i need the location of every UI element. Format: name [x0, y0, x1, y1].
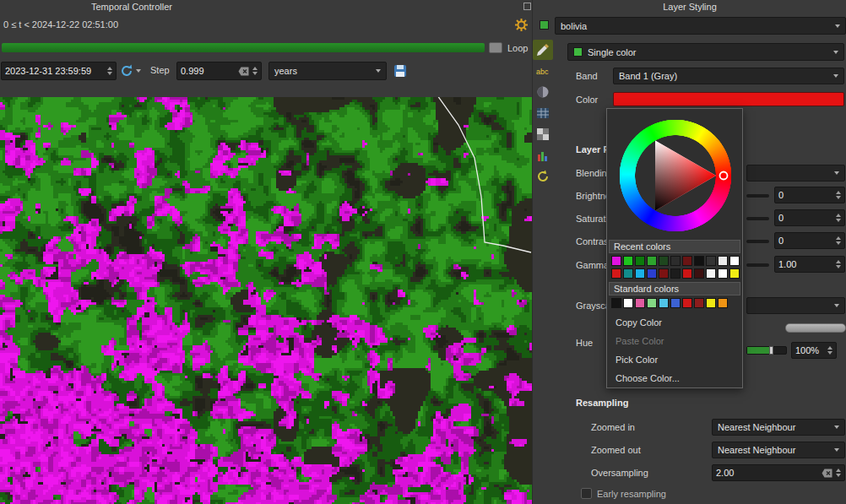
spin-arrows[interactable]	[252, 67, 258, 75]
color-swatch[interactable]	[647, 256, 657, 266]
tab-3d-view[interactable]	[533, 103, 553, 123]
color-swatch[interactable]	[729, 268, 740, 279]
gamma-input[interactable]: 1.00	[774, 256, 845, 273]
menu-copy-color[interactable]: Copy Color	[607, 313, 742, 332]
spin-arrows[interactable]	[836, 191, 841, 199]
step-unit-select[interactable]: years	[268, 62, 387, 80]
oversampling-label: Oversampling	[591, 468, 648, 478]
color-swatch[interactable]	[635, 268, 645, 279]
hue-strength-handle[interactable]	[769, 346, 773, 355]
standard-colors-header-text: Standard colors	[614, 284, 679, 294]
brightness-input[interactable]: 0	[774, 187, 845, 203]
color-swatch[interactable]	[706, 256, 716, 266]
color-swatch[interactable]	[694, 256, 704, 266]
color-wheel[interactable]	[615, 115, 736, 236]
color-swatch[interactable]	[694, 298, 704, 308]
refresh-button[interactable]	[120, 62, 147, 79]
datetime-input[interactable]: 2023-12-31 23:59:59	[1, 62, 117, 80]
color-swatch[interactable]	[611, 298, 621, 308]
color-swatch[interactable]	[682, 298, 692, 308]
color-swatch[interactable]	[635, 256, 645, 266]
export-animation-icon[interactable]	[393, 63, 408, 79]
color-swatch[interactable]	[647, 298, 657, 308]
early-resampling-checkbox[interactable]	[581, 488, 592, 499]
zoomed-out-select[interactable]: Nearest Neighbour	[712, 442, 845, 458]
saturation-slider[interactable]	[746, 217, 769, 220]
tab-mask[interactable]	[533, 82, 553, 102]
float-panel-icon[interactable]	[523, 3, 531, 10]
tab-histogram[interactable]	[533, 145, 553, 165]
renderer-select[interactable]: Single color	[567, 43, 844, 61]
color-swatch[interactable]	[623, 268, 633, 279]
layer-select[interactable]: bolivia	[555, 17, 846, 35]
map-canvas[interactable]	[0, 97, 532, 504]
tab-symbology[interactable]	[533, 40, 553, 60]
contrast-slider[interactable]	[746, 240, 769, 243]
time-range-label: 0 ≤ t < 2024-12-22 02:51:00	[3, 19, 118, 30]
transparency-checker-icon	[536, 127, 550, 141]
tab-transparency[interactable]	[533, 124, 553, 144]
step-input[interactable]: 0.999	[176, 62, 262, 80]
spin-arrows[interactable]	[107, 67, 112, 75]
menu-paste-color: Paste Color	[607, 332, 742, 350]
tab-labels[interactable]: abc	[533, 61, 553, 81]
layer-select-value: bolivia	[561, 21, 587, 31]
blending-mode-select[interactable]	[746, 165, 845, 182]
loop-checkbox[interactable]	[489, 42, 502, 53]
color-swatch[interactable]	[635, 298, 645, 308]
color-button[interactable]	[613, 92, 844, 106]
time-slider[interactable]	[2, 43, 485, 52]
spin-arrows[interactable]	[836, 236, 841, 245]
spin-arrows[interactable]	[827, 346, 832, 355]
color-swatch[interactable]	[647, 268, 657, 279]
settings-gear-icon[interactable]	[514, 18, 529, 32]
spin-arrows[interactable]	[836, 260, 841, 268]
color-swatch[interactable]	[659, 298, 669, 308]
step-unit-value: years	[274, 66, 297, 76]
color-swatch[interactable]	[718, 256, 728, 266]
clear-backspace-icon[interactable]	[822, 469, 832, 478]
band-select[interactable]: Band 1 (Gray)	[613, 68, 844, 84]
color-swatch[interactable]	[718, 298, 728, 308]
color-swatch[interactable]	[670, 268, 681, 279]
zoomed-out-value: Nearest Neighbour	[718, 445, 795, 455]
color-swatch[interactable]	[659, 256, 669, 266]
color-label: Color	[576, 95, 598, 105]
color-swatch[interactable]	[682, 268, 692, 279]
color-swatch[interactable]	[611, 268, 621, 279]
color-swatch[interactable]	[670, 298, 681, 308]
clear-backspace-icon[interactable]	[238, 67, 249, 76]
menu-pick-color[interactable]: Pick Color	[607, 350, 742, 369]
chevron-down-icon	[834, 448, 839, 452]
refresh-icon	[120, 64, 133, 78]
gamma-slider[interactable]	[746, 263, 769, 267]
brightness-slider[interactable]	[746, 194, 769, 198]
spin-arrows[interactable]	[836, 469, 841, 477]
color-swatch[interactable]	[729, 256, 740, 266]
renderer-color-swatch-icon	[573, 47, 583, 57]
color-swatch[interactable]	[670, 256, 681, 266]
color-swatch[interactable]	[623, 298, 633, 308]
tab-history[interactable]	[533, 166, 553, 187]
hue-strength-value: 100%	[795, 345, 824, 355]
hue-strength-slider[interactable]	[746, 346, 787, 355]
color-swatch[interactable]	[694, 268, 704, 279]
color-swatch[interactable]	[706, 298, 716, 308]
color-swatch[interactable]	[611, 256, 621, 266]
grayscale-select[interactable]	[746, 297, 845, 314]
menu-choose-color[interactable]: Choose Color...	[607, 369, 742, 387]
color-swatch[interactable]	[623, 256, 633, 266]
temporal-controller-panel: Temporal Controller 0 ≤ t < 2024-12-22 0…	[0, 0, 532, 97]
saturation-input[interactable]: 0	[774, 209, 845, 226]
color-swatch[interactable]	[706, 268, 716, 279]
color-swatch[interactable]	[659, 268, 669, 279]
contrast-input[interactable]: 0	[774, 232, 845, 249]
zoomed-in-select[interactable]: Nearest Neighbour	[712, 419, 845, 436]
color-swatch[interactable]	[718, 268, 728, 279]
spin-arrows[interactable]	[836, 214, 841, 222]
zoomed-in-label: Zoomed in	[591, 422, 635, 432]
step-value: 0.999	[181, 66, 238, 76]
color-swatch[interactable]	[682, 256, 692, 266]
hue-strength-input[interactable]: 100%	[791, 342, 837, 359]
oversampling-input[interactable]: 2.00	[712, 464, 845, 481]
